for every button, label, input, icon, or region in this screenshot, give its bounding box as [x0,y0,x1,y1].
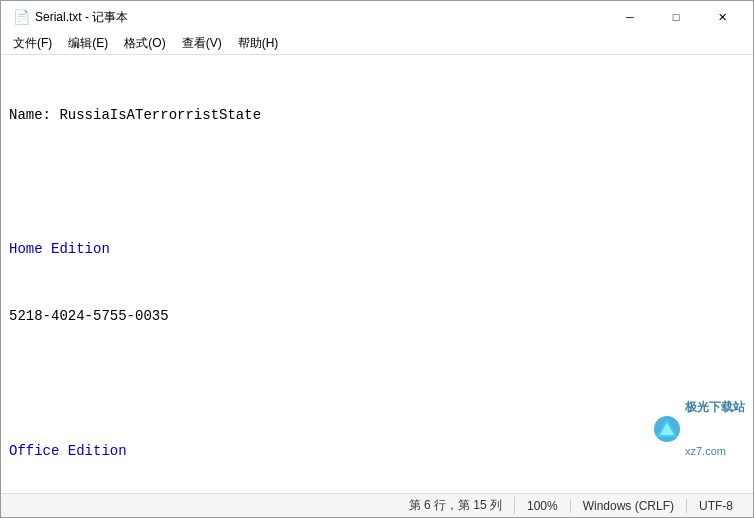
window-controls: ─ □ ✕ [607,1,745,33]
status-zoom: 100% [515,499,571,513]
menu-file[interactable]: 文件(F) [5,33,60,54]
title-bar: 📄 Serial.txt - 记事本 ─ □ ✕ [1,1,753,33]
app-icon: 📄 [13,9,29,25]
close-button[interactable]: ✕ [699,1,745,33]
minimize-button[interactable]: ─ [607,1,653,33]
watermark-icon [653,415,681,443]
status-position: 第 6 行，第 15 列 [397,497,515,514]
window-title: Serial.txt - 记事本 [35,9,128,26]
text-content[interactable]: Name: RussiaIsATerrorristState Home Edit… [1,55,753,493]
edition-label-0: Home Edition [9,238,745,260]
status-line-ending: Windows (CRLF) [571,499,687,513]
maximize-button[interactable]: □ [653,1,699,33]
menu-edit[interactable]: 编辑(E) [60,33,116,54]
notepad-window: 📄 Serial.txt - 记事本 ─ □ ✕ 文件(F) 编辑(E) 格式(… [0,0,754,518]
menu-bar: 文件(F) 编辑(E) 格式(O) 查看(V) 帮助(H) [1,33,753,55]
name-line: Name: RussiaIsATerrorristState [9,104,745,126]
menu-help[interactable]: 帮助(H) [230,33,287,54]
menu-format[interactable]: 格式(O) [116,33,173,54]
blank-line-2 [9,372,745,394]
status-encoding: UTF-8 [687,499,745,513]
blank-line-1 [9,171,745,193]
watermark: 极光下载站 xz7.com [653,371,745,487]
title-bar-left: 📄 Serial.txt - 记事本 [13,9,128,26]
menu-view[interactable]: 查看(V) [174,33,230,54]
edition-label-1: Office Edition [9,440,745,462]
watermark-text: 极光下载站 xz7.com [685,371,745,487]
serial-0: 5218-4024-5755-0035 [9,305,745,327]
status-bar: 第 6 行，第 15 列 100% Windows (CRLF) UTF-8 [1,493,753,517]
